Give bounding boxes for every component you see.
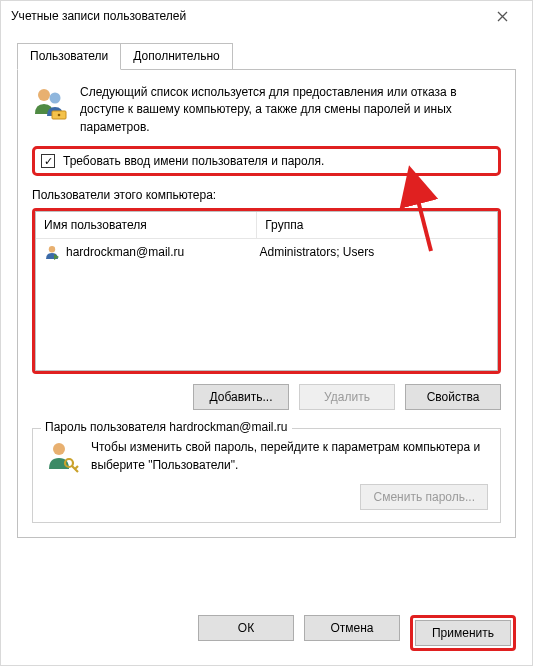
apply-highlight: Применить <box>410 615 516 651</box>
cell-username: hardrockman@mail.ru <box>66 245 184 259</box>
users-button-row: Добавить... Удалить Свойства <box>32 384 501 410</box>
tab-advanced[interactable]: Дополнительно <box>120 43 232 69</box>
require-login-checkbox[interactable]: ✓ <box>41 154 55 168</box>
users-list-header: Имя пользователя Группа <box>36 212 497 239</box>
tab-users[interactable]: Пользователи <box>17 43 121 70</box>
column-header-group[interactable]: Группа <box>257 212 497 238</box>
user-icon <box>44 244 60 260</box>
password-group-text: Чтобы изменить свой пароль, перейдите к … <box>91 439 488 474</box>
titlebar-title: Учетные записи пользователей <box>11 9 186 23</box>
tabstrip: Пользователи Дополнительно <box>17 43 516 70</box>
titlebar: Учетные записи пользователей <box>1 1 532 31</box>
properties-button[interactable]: Свойства <box>405 384 501 410</box>
password-group: Пароль пользователя hardrockman@mail.ru … <box>32 428 501 523</box>
user-key-icon <box>45 439 79 476</box>
intro: Следующий список используется для предос… <box>32 84 501 136</box>
table-row[interactable]: hardrockman@mail.ru Administrators; User… <box>36 239 497 265</box>
add-button[interactable]: Добавить... <box>193 384 289 410</box>
users-list-label: Пользователи этого компьютера: <box>32 188 501 202</box>
users-list: Имя пользователя Группа <box>32 208 501 374</box>
user-accounts-dialog: Учетные записи пользователей Пользовател… <box>0 0 533 666</box>
svg-point-1 <box>50 93 61 104</box>
cell-group: Administrators; Users <box>258 243 491 261</box>
remove-button: Удалить <box>299 384 395 410</box>
close-icon <box>497 11 508 22</box>
svg-point-3 <box>58 114 61 117</box>
ok-button[interactable]: ОК <box>198 615 294 641</box>
dialog-footer: ОК Отмена Применить <box>1 605 532 665</box>
svg-point-0 <box>38 89 50 101</box>
close-button[interactable] <box>480 2 524 30</box>
intro-text: Следующий список используется для предос… <box>80 84 501 136</box>
users-icon <box>32 84 68 136</box>
require-login-checkbox-row[interactable]: ✓ Требовать ввод имени пользователя и па… <box>32 146 501 176</box>
svg-point-5 <box>53 443 65 455</box>
svg-point-4 <box>49 246 55 252</box>
change-password-button: Сменить пароль... <box>360 484 488 510</box>
password-group-legend: Пароль пользователя hardrockman@mail.ru <box>41 420 292 434</box>
tab-content-users: Следующий список используется для предос… <box>17 70 516 538</box>
apply-button[interactable]: Применить <box>415 620 511 646</box>
require-login-label: Требовать ввод имени пользователя и паро… <box>63 154 324 168</box>
cancel-button[interactable]: Отмена <box>304 615 400 641</box>
column-header-user[interactable]: Имя пользователя <box>36 212 257 238</box>
